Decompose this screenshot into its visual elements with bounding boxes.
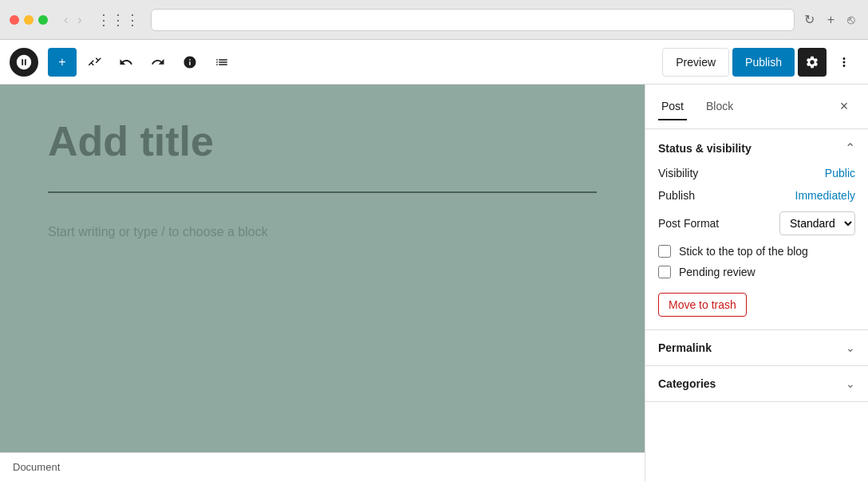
more-options-button[interactable] [830, 48, 858, 77]
categories-section: Categories ⌄ [645, 366, 868, 402]
share-button[interactable]: ⎋ [844, 11, 858, 29]
status-bar-label: Document [13, 461, 60, 473]
redo-button[interactable] [144, 48, 172, 77]
back-button[interactable]: ‹ [61, 11, 71, 29]
status-bar: Document [0, 452, 645, 481]
publish-label: Publish [658, 189, 795, 202]
reload-button[interactable]: ↻ [801, 10, 818, 29]
publish-button[interactable]: Publish [732, 48, 795, 77]
visibility-row: Visibility Public [658, 167, 855, 179]
title-divider [48, 191, 597, 193]
editor-toolbar: + Preview Publish [0, 40, 868, 85]
stick-top-label[interactable]: Stick to the top of the blog [679, 245, 808, 258]
preview-button[interactable]: Preview [662, 48, 729, 77]
editor-main: Add title Start writing or type / to cho… [0, 85, 868, 481]
editor-sidebar: Post Block × Status & visibility ⌃ Visib… [645, 85, 868, 481]
browser-chrome: ‹ › ⋮⋮⋮ ↻ + ⎋ [0, 0, 868, 40]
permalink-section: Permalink ⌄ [645, 330, 868, 366]
status-visibility-title: Status & visibility [658, 142, 845, 155]
publish-value[interactable]: Immediately [795, 189, 855, 202]
wp-logo[interactable] [10, 48, 38, 77]
visibility-label: Visibility [658, 167, 825, 179]
status-visibility-section: Status & visibility ⌃ Visibility Public … [645, 129, 868, 330]
status-visibility-content: Visibility Public Publish Immediately Po… [645, 167, 868, 329]
traffic-lights [10, 15, 48, 25]
info-button[interactable] [176, 48, 204, 77]
post-format-select[interactable]: Standard Aside Image [779, 211, 855, 235]
fullscreen-traffic-light[interactable] [38, 15, 48, 25]
settings-icon [805, 55, 819, 69]
browser-actions: ↻ + ⎋ [801, 10, 858, 29]
permalink-chevron-icon: ⌄ [846, 341, 855, 354]
post-format-row: Post Format Standard Aside Image [658, 211, 855, 235]
tab-block[interactable]: Block [703, 93, 736, 120]
sidebar-close-button[interactable]: × [833, 96, 855, 118]
writing-placeholder[interactable]: Start writing or type / to choose a bloc… [48, 225, 597, 239]
close-traffic-light[interactable] [10, 15, 19, 25]
categories-section-title: Categories [658, 377, 846, 390]
publish-row: Publish Immediately [658, 189, 855, 202]
categories-chevron-icon: ⌄ [846, 377, 855, 390]
tools-button[interactable] [80, 48, 108, 77]
editor-wrapper: + Preview Publish Add title [0, 40, 868, 481]
list-view-icon [215, 55, 229, 69]
pending-review-checkbox[interactable] [658, 266, 671, 278]
add-block-button[interactable]: + [48, 48, 77, 77]
info-icon [183, 55, 197, 69]
forward-button[interactable]: › [74, 11, 85, 29]
post-title-input[interactable]: Add title [48, 116, 597, 166]
categories-section-header[interactable]: Categories ⌄ [645, 366, 868, 401]
visibility-value[interactable]: Public [825, 167, 855, 179]
more-options-icon [837, 55, 851, 69]
status-visibility-header[interactable]: Status & visibility ⌃ [645, 129, 868, 167]
undo-button[interactable] [112, 48, 140, 77]
pending-review-label[interactable]: Pending review [679, 266, 756, 278]
stick-top-checkbox[interactable] [658, 245, 671, 258]
editor-canvas[interactable]: Add title Start writing or type / to cho… [0, 85, 645, 481]
settings-button[interactable] [798, 48, 827, 77]
tab-post[interactable]: Post [658, 93, 687, 120]
new-tab-button[interactable]: + [824, 11, 838, 29]
permalink-section-title: Permalink [658, 341, 846, 354]
grid-button[interactable]: ⋮⋮⋮ [92, 10, 144, 30]
tools-icon [87, 55, 101, 69]
redo-icon [151, 55, 165, 69]
undo-icon [119, 55, 133, 69]
move-to-trash-button[interactable]: Move to trash [658, 293, 747, 317]
permalink-section-header[interactable]: Permalink ⌄ [645, 330, 868, 365]
wp-logo-icon [15, 53, 33, 71]
status-visibility-toggle-icon: ⌃ [845, 140, 855, 156]
list-view-button[interactable] [207, 48, 236, 77]
nav-buttons: ‹ › [61, 11, 85, 29]
sidebar-tabs: Post Block × [645, 85, 868, 129]
stick-top-row: Stick to the top of the blog [658, 245, 855, 258]
pending-review-row: Pending review [658, 266, 855, 278]
address-bar[interactable] [151, 9, 795, 31]
post-format-label: Post Format [658, 217, 779, 230]
minimize-traffic-light[interactable] [24, 15, 34, 25]
